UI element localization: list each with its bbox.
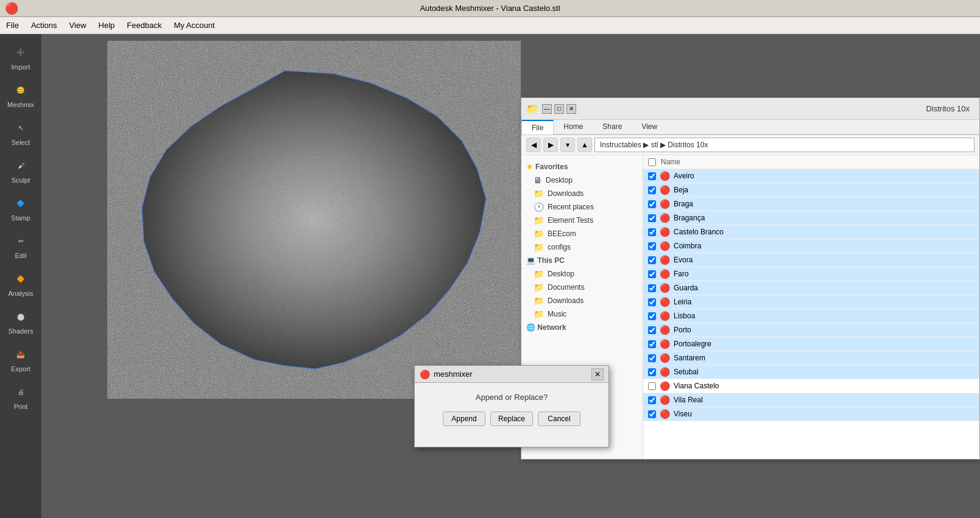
- sidebar-btn-stamp[interactable]: 🔷Stamp: [2, 190, 39, 225]
- menu-item-view[interactable]: View: [63, 18, 93, 32]
- file-checkbox-11[interactable]: [648, 326, 656, 334]
- file-name: Evora: [674, 256, 693, 264]
- sidebar-btn-sculpt[interactable]: 🖌Sculpt: [2, 152, 39, 187]
- nav-item-recent[interactable]: 🕐Recent places: [521, 200, 643, 214]
- file-row[interactable]: 🔴Guarda: [643, 281, 979, 295]
- file-icon: 🔴: [660, 297, 670, 307]
- file-checkbox-5[interactable]: [648, 242, 656, 250]
- sidebar-btn-shaders[interactable]: ⬤Shaders: [2, 303, 39, 338]
- ribbon-tabs: FileHomeShareView: [521, 120, 979, 135]
- file-row[interactable]: 🔴Leiria: [643, 295, 979, 309]
- nav-item-beecom[interactable]: 📁BEEcom: [521, 227, 643, 240]
- dialog-btn-replace[interactable]: Replace: [490, 411, 533, 426]
- explorer-folder-icon: 📁: [526, 103, 538, 114]
- menu-item-file[interactable]: File: [0, 18, 25, 32]
- file-row[interactable]: 🔴Castelo Branco: [643, 225, 979, 239]
- file-checkbox-2[interactable]: [648, 200, 656, 208]
- sidebar-btn-import[interactable]: ➕Import: [2, 39, 39, 74]
- file-row[interactable]: 🔴Porto: [643, 323, 979, 337]
- file-row[interactable]: 🔴Vila Real: [643, 393, 979, 407]
- nav-item-configs[interactable]: 📁configs: [521, 240, 643, 254]
- menu-item-help[interactable]: Help: [93, 18, 121, 32]
- file-row[interactable]: 🔴Faro: [643, 267, 979, 281]
- file-row[interactable]: 🔴Evora: [643, 253, 979, 267]
- file-checkbox-8[interactable]: [648, 284, 656, 292]
- recent-button[interactable]: ▾: [560, 138, 575, 152]
- dialog-btn-cancel[interactable]: Cancel: [538, 411, 580, 426]
- nav-section-favorites[interactable]: ★ Favorites: [521, 160, 643, 173]
- file-row[interactable]: 🔴Braga: [643, 197, 979, 211]
- sidebar-btn-print[interactable]: 🖨Print: [2, 379, 39, 414]
- explorer-close-btn[interactable]: ✕: [566, 104, 576, 114]
- file-row[interactable]: 🔴Santarem: [643, 351, 979, 365]
- sidebar-btn-export[interactable]: 📤Export: [2, 341, 39, 376]
- file-row[interactable]: 🔴Aveiro: [643, 169, 979, 183]
- sidebar-btn-meshmix[interactable]: 😊Meshmix: [2, 77, 39, 112]
- dialog-close-button[interactable]: ✕: [591, 368, 604, 380]
- dialog: 🔴 meshmixer ✕ Append or Replace? AppendR…: [414, 365, 609, 447]
- file-name: Guarda: [674, 284, 698, 292]
- file-checkbox-12[interactable]: [648, 340, 656, 348]
- ribbon-tab-view[interactable]: View: [632, 120, 667, 134]
- address-path[interactable]: Instructables ▶ stl ▶ Distritos 10x: [594, 138, 975, 152]
- dialog-title: meshmixer: [434, 369, 591, 379]
- file-row[interactable]: 🔴Viseu: [643, 407, 979, 421]
- file-name: Coimbra: [674, 242, 701, 250]
- file-checkbox-15[interactable]: [648, 382, 656, 390]
- nav-item-music[interactable]: 📁Music: [521, 307, 643, 321]
- explorer-ribbon: FileHomeShareView: [521, 120, 979, 135]
- file-icon: 🔴: [660, 227, 670, 237]
- nav-item-element[interactable]: 📁Element Tests: [521, 214, 643, 227]
- ribbon-tab-file[interactable]: File: [521, 120, 554, 135]
- explorer-window-title: Distritos 10x: [926, 104, 970, 113]
- file-name: Viana Castelo: [674, 382, 719, 390]
- ribbon-tab-share[interactable]: Share: [593, 120, 632, 134]
- file-checkbox-4[interactable]: [648, 228, 656, 236]
- ribbon-tab-home[interactable]: Home: [554, 120, 593, 134]
- nav-item-downloads1[interactable]: 📁Downloads: [521, 187, 643, 200]
- file-row[interactable]: 🔴Lisboa: [643, 309, 979, 323]
- file-row[interactable]: 🔴Bragança: [643, 211, 979, 225]
- file-checkbox-9[interactable]: [648, 298, 656, 306]
- nav-section-thispc[interactable]: 💻 This PC: [521, 254, 643, 267]
- file-checkbox-13[interactable]: [648, 354, 656, 362]
- menu-item-my account[interactable]: My Account: [167, 18, 220, 32]
- file-row[interactable]: 🔴Coimbra: [643, 239, 979, 253]
- file-checkbox-17[interactable]: [648, 410, 656, 418]
- explorer-minimize-btn[interactable]: —: [542, 104, 552, 114]
- export-icon: 📤: [11, 345, 30, 364]
- file-name: Leiria: [674, 298, 691, 306]
- dialog-btn-append[interactable]: Append: [443, 411, 485, 426]
- select-all-checkbox[interactable]: [648, 158, 656, 166]
- sidebar-btn-analysis[interactable]: 🔶Analysis: [2, 265, 39, 301]
- file-checkbox-1[interactable]: [648, 186, 656, 194]
- nav-section-network[interactable]: 🌐 Network: [521, 321, 643, 334]
- sidebar-btn-edit[interactable]: ✏Edit: [2, 228, 39, 263]
- file-checkbox-7[interactable]: [648, 270, 656, 278]
- file-row[interactable]: 🔴Setubal: [643, 365, 979, 379]
- up-button[interactable]: ▲: [577, 138, 592, 152]
- file-checkbox-0[interactable]: [648, 172, 656, 180]
- nav-item-desktop2[interactable]: 📁Desktop: [521, 267, 643, 281]
- file-icon: 🔴: [660, 409, 670, 419]
- file-row[interactable]: 🔴Beja: [643, 183, 979, 197]
- back-button[interactable]: ◀: [526, 138, 541, 152]
- forward-button[interactable]: ▶: [543, 138, 558, 152]
- file-icon: 🔴: [660, 255, 670, 265]
- nav-item-downloads2[interactable]: 📁Downloads: [521, 294, 643, 307]
- file-name: Beja: [674, 186, 688, 194]
- file-row[interactable]: 🔴Portoalegre: [643, 337, 979, 351]
- sidebar-btn-select[interactable]: ↖Select: [2, 114, 39, 150]
- menu-item-feedback[interactable]: Feedback: [121, 18, 167, 32]
- explorer-maximize-btn[interactable]: □: [554, 104, 564, 114]
- nav-item-documents[interactable]: 📁Documents: [521, 281, 643, 294]
- file-checkbox-6[interactable]: [648, 256, 656, 264]
- file-row[interactable]: 🔴Viana Castelo: [643, 379, 979, 393]
- menu-item-actions[interactable]: Actions: [25, 18, 63, 32]
- file-checkbox-10[interactable]: [648, 312, 656, 320]
- file-checkbox-3[interactable]: [648, 214, 656, 222]
- nav-item-desktop1[interactable]: 🖥Desktop: [521, 173, 643, 187]
- file-checkbox-16[interactable]: [648, 396, 656, 404]
- file-checkbox-14[interactable]: [648, 368, 656, 376]
- file-icon: 🔴: [660, 283, 670, 293]
